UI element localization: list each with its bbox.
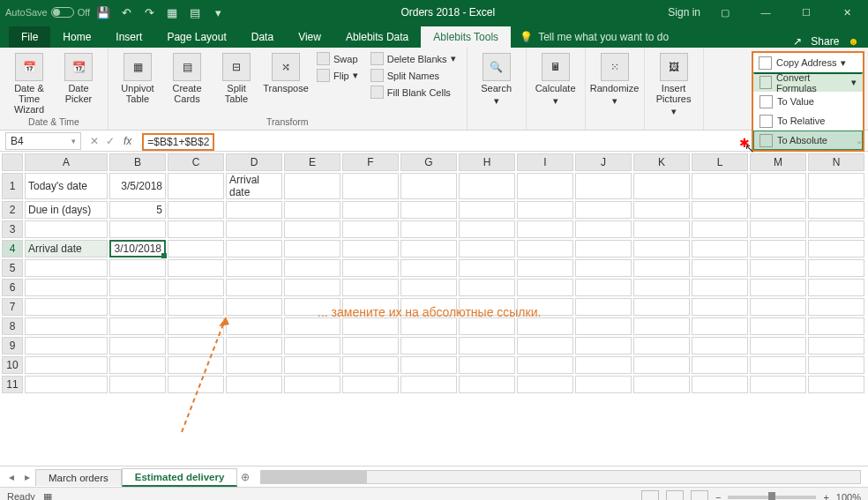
calculate-button[interactable]: 🖩Calculate▾ <box>534 51 578 108</box>
tab-home[interactable]: Home <box>50 26 103 48</box>
minimize-icon[interactable]: — <box>750 1 782 24</box>
autosave-toggle[interactable]: AutoSave Off <box>5 7 90 18</box>
col-header-N[interactable]: N <box>808 153 864 171</box>
row-header-2[interactable]: 2 <box>2 201 23 219</box>
cell-B1[interactable]: 3/5/2018 <box>109 173 166 199</box>
split-names-icon <box>370 69 384 82</box>
page-break-view-icon[interactable] <box>691 490 708 501</box>
tab-data[interactable]: Data <box>239 26 286 48</box>
cell-B4[interactable]: 3/10/2018 <box>109 240 166 257</box>
row-header-1[interactable]: 1 <box>2 173 23 199</box>
sheet-tab-march[interactable]: March orders <box>35 469 122 486</box>
sheet-nav-next[interactable]: ▸ <box>19 471 35 483</box>
cell-C1[interactable] <box>168 173 224 199</box>
flip-button[interactable]: Flip ▾ <box>313 68 362 83</box>
create-cards-button[interactable]: ▤Create Cards <box>165 51 209 106</box>
col-header-J[interactable]: J <box>575 153 632 171</box>
col-header-L[interactable]: L <box>692 153 748 171</box>
share-button[interactable]: Share <box>811 35 839 48</box>
transpose-button[interactable]: ⤭Transpose <box>264 51 308 95</box>
fx-icon[interactable]: fx <box>123 135 131 147</box>
col-header-C[interactable]: C <box>168 153 224 171</box>
row-header-10[interactable]: 10 <box>2 356 23 374</box>
tell-me-search[interactable]: 💡 Tell me what you want to do <box>511 26 677 48</box>
unpivot-button[interactable]: ▦Unpivot Table <box>116 51 160 106</box>
tab-insert[interactable]: Insert <box>103 26 154 48</box>
tab-page-layout[interactable]: Page Layout <box>154 26 238 48</box>
tab-ablebits-tools[interactable]: Ablebits Tools <box>421 26 511 48</box>
zoom-level[interactable]: 100% <box>836 492 861 501</box>
split-table-button[interactable]: ⊟Split Table <box>214 51 258 106</box>
formula-input[interactable]: =$B$1+$B$2 ⌄ <box>137 131 868 151</box>
row-header-9[interactable]: 9 <box>2 337 23 354</box>
to-relative-button[interactable]: To Relative <box>753 111 863 131</box>
col-header-K[interactable]: K <box>633 153 690 171</box>
formula-bar: B4▾ ✕ ✓ fx =$B$1+$B$2 ⌄ <box>0 131 868 152</box>
date-picker-button[interactable]: 📆Date Picker <box>56 51 101 106</box>
cell-A4[interactable]: Arrival date <box>25 240 108 257</box>
ribbon-options-icon[interactable]: ▢ <box>709 1 741 24</box>
sheet-nav-prev[interactable]: ◂ <box>4 471 19 483</box>
col-header-F[interactable]: F <box>342 153 399 171</box>
smiley-icon[interactable]: ☻ <box>848 35 859 48</box>
swap-button[interactable]: Swap <box>313 51 362 66</box>
row-header-3[interactable]: 3 <box>2 220 23 238</box>
col-header-A[interactable]: A <box>25 153 108 171</box>
zoom-slider[interactable] <box>728 496 816 499</box>
save-icon[interactable]: 💾 <box>94 3 113 22</box>
search-button[interactable]: 🔍Search▾ <box>475 51 519 108</box>
sheet-tab-estimated[interactable]: Estimated delivery <box>122 468 238 487</box>
zoom-in-icon[interactable]: + <box>823 492 828 501</box>
name-box[interactable]: B4▾ <box>5 132 81 150</box>
insert-pictures-button[interactable]: 🖼Insert Pictures▾ <box>652 51 696 118</box>
page-layout-view-icon[interactable] <box>666 490 684 501</box>
qat-dropdown-icon[interactable]: ▾ <box>208 3 228 22</box>
col-header-M[interactable]: M <box>750 153 806 171</box>
copy-address-button[interactable]: Copy Address ▾ <box>753 53 863 72</box>
fill-blank-button[interactable]: Fill Blank Cells <box>367 85 460 100</box>
col-header-I[interactable]: I <box>517 153 573 171</box>
cell-B2[interactable]: 5 <box>109 201 166 219</box>
select-all[interactable] <box>2 153 23 171</box>
delete-blanks-button[interactable]: Delete Blanks ▾ <box>367 51 460 66</box>
row-header-7[interactable]: 7 <box>2 298 23 316</box>
qat-btn1-icon[interactable]: ▦ <box>162 3 182 22</box>
col-header-G[interactable]: G <box>400 153 457 171</box>
qat-btn2-icon[interactable]: ▤ <box>185 3 205 22</box>
tab-view[interactable]: View <box>286 26 333 48</box>
close-icon[interactable]: ✕ <box>831 1 863 24</box>
row-header-8[interactable]: 8 <box>2 317 23 335</box>
row-header-5[interactable]: 5 <box>2 259 23 277</box>
convert-formulas-button[interactable]: Convert Formulas ▾ <box>753 72 863 92</box>
annotation-text: ... замените их на абсолютные ссылки. <box>318 305 541 319</box>
spreadsheet-grid[interactable]: A B C D E F G H I J K L M N 1 Today's da… <box>0 152 868 466</box>
col-header-B[interactable]: B <box>109 153 166 171</box>
macro-icon[interactable]: ▦ <box>43 491 52 500</box>
accept-formula-icon[interactable]: ✓ <box>106 135 115 147</box>
tab-file[interactable]: File <box>9 26 50 48</box>
row-header-4[interactable]: 4 <box>2 240 23 257</box>
maximize-icon[interactable]: ☐ <box>790 1 822 24</box>
date-time-wizard-button[interactable]: 📅Date & Time Wizard <box>7 51 51 116</box>
cell-A1[interactable]: Today's date <box>25 173 108 199</box>
cell-D1[interactable]: Arrival date <box>226 173 282 199</box>
cell-A2[interactable]: Due in (days) <box>25 201 108 219</box>
new-sheet-button[interactable]: ⊕ <box>237 471 253 483</box>
tab-ablebits-data[interactable]: Ablebits Data <box>333 26 421 48</box>
expand-formula-icon[interactable]: ⌄ <box>856 136 863 146</box>
horizontal-scrollbar[interactable] <box>260 470 861 484</box>
to-value-button[interactable]: To Value <box>753 92 863 111</box>
sign-in-link[interactable]: Sign in <box>668 6 700 19</box>
col-header-D[interactable]: D <box>226 153 282 171</box>
col-header-H[interactable]: H <box>459 153 515 171</box>
col-header-E[interactable]: E <box>284 153 340 171</box>
zoom-out-icon[interactable]: − <box>715 492 721 501</box>
undo-icon[interactable]: ↶ <box>116 3 136 22</box>
randomize-button[interactable]: ⁙Randomize▾ <box>593 51 637 108</box>
normal-view-icon[interactable] <box>641 490 659 501</box>
row-header-6[interactable]: 6 <box>2 279 23 296</box>
redo-icon[interactable]: ↷ <box>139 3 159 22</box>
cancel-formula-icon[interactable]: ✕ <box>90 135 99 147</box>
split-names-button[interactable]: Split Names <box>367 68 460 83</box>
row-header-11[interactable]: 11 <box>2 376 23 393</box>
